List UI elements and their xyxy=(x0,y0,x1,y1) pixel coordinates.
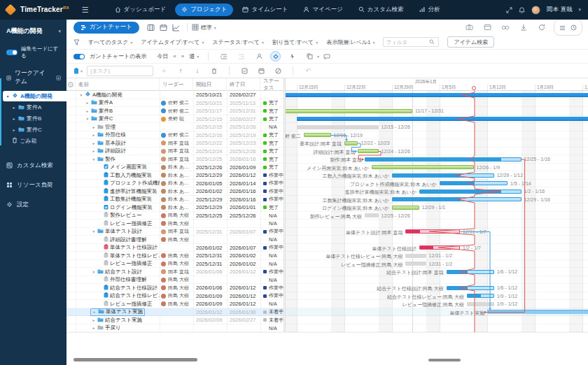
nav-item-マイページ[interactable]: マイページ xyxy=(297,3,349,16)
end-date-cell[interactable] xyxy=(227,236,260,244)
leader-cell[interactable] xyxy=(160,324,193,333)
outdent-icon[interactable] xyxy=(218,51,230,62)
gantt-chart-tab[interactable]: ガントチャート xyxy=(74,22,139,34)
filter-input[interactable] xyxy=(386,39,429,45)
comment-icon[interactable] xyxy=(321,51,333,62)
leader-cell[interactable]: 長野 聡 xyxy=(160,115,193,124)
end-date-cell[interactable] xyxy=(227,324,260,333)
nav-item-タイムシート[interactable]: タイムシート xyxy=(236,3,294,16)
leader-cell[interactable]: 佐野 俊二 xyxy=(160,131,193,140)
row-chevron-icon[interactable]: ▸ xyxy=(85,101,90,105)
status-cell[interactable]: 作業中 xyxy=(260,268,284,276)
start-date-cell[interactable]: 2026/01/06 xyxy=(193,284,227,292)
end-date-cell[interactable]: 2026/01/07 xyxy=(227,244,260,252)
nav-item-分析[interactable]: 分析 xyxy=(413,3,447,16)
gantt-row[interactable]: 11/17 - 12/31 xyxy=(286,107,588,115)
sidebar-tree-item[interactable]: ▸案件C xyxy=(9,124,66,135)
table-row[interactable]: ▸管理2025/12/152025/12/26N/A xyxy=(66,123,284,131)
task-name-cell[interactable]: 単体テスト仕様レビュー xyxy=(76,252,160,260)
task-name-cell[interactable]: メイン画面実装 xyxy=(76,164,160,172)
task-bar-late[interactable] xyxy=(405,229,460,234)
tree-chevron-icon[interactable]: ▸ xyxy=(12,105,16,110)
status-cell[interactable]: 作業中 xyxy=(260,187,284,196)
edit-mode-toggle[interactable] xyxy=(6,50,18,55)
leader-cell[interactable]: 鈴木 あ… xyxy=(160,187,193,196)
task-name-cell[interactable]: ▾案件C xyxy=(76,115,160,124)
user-name[interactable]: 岡本 直哉 xyxy=(547,6,572,14)
end-date-cell[interactable] xyxy=(227,220,260,228)
tree-chevron-icon[interactable]: ▸ xyxy=(12,116,16,121)
end-date-cell[interactable]: 2026/02/27 xyxy=(227,91,260,99)
status-cell[interactable]: 完了 xyxy=(260,148,284,156)
task-bar-in-progress[interactable] xyxy=(419,189,522,194)
end-date-cell[interactable]: 2025/12/23 xyxy=(227,139,260,148)
gantt-row[interactable]: ログイン機能実装:鈴木 あいか12/29 - 1/1 xyxy=(286,203,588,212)
gantt-row[interactable] xyxy=(286,115,588,124)
start-date-cell[interactable]: 2025/12/25 xyxy=(193,155,227,164)
status-cell[interactable]: N/A xyxy=(260,236,284,244)
table-row[interactable]: レビュー指摘修正田島 大樹2026/01/092026/01/12N/A xyxy=(66,300,284,308)
task-name-cell[interactable]: ▸管理 xyxy=(76,123,160,131)
table-row[interactable]: ▸基本設計岡本 直哉2025/12/222025/12/23完了 xyxy=(66,139,284,148)
row-chevron-icon[interactable]: ▾ xyxy=(85,117,90,121)
end-date-cell[interactable]: 2026/01/12 xyxy=(227,292,260,301)
leader-cell[interactable]: 田島 大樹 xyxy=(160,212,193,220)
leader-cell[interactable]: 佐野 俊二 xyxy=(160,99,193,108)
task-name-cell[interactable]: ▸手戻り xyxy=(76,324,160,333)
leader-cell[interactable] xyxy=(160,123,193,131)
start-date-cell[interactable]: 2025/12/24 xyxy=(193,148,227,156)
scroll-right-button[interactable]: » xyxy=(181,53,184,59)
task-bar-na[interactable] xyxy=(467,302,494,306)
start-date-cell[interactable]: 2025/12/26 xyxy=(193,164,227,172)
leader-cell[interactable]: 岡本 直哉 xyxy=(160,228,193,236)
filter-dropdown[interactable]: 割り当て:すべて▾ xyxy=(272,38,318,46)
status-cell[interactable]: 完了 xyxy=(260,164,284,172)
status-cell[interactable]: 完了 xyxy=(260,131,284,140)
leader-cell[interactable]: 鈴木 あ… xyxy=(160,196,193,204)
table-horizontal-scrollbar[interactable] xyxy=(74,358,197,362)
start-date-cell[interactable]: 2025/12/16 xyxy=(193,131,227,140)
table-row[interactable]: プロジェクト作成機能…鈴木 あ…2026/01/052026/01/14作業中 xyxy=(66,180,284,188)
table-row[interactable]: 製作レビュー田島 大樹2025/12/252025/12/26N/A xyxy=(66,212,284,220)
nav-item-プロジェクト[interactable]: プロジェクト xyxy=(175,3,233,16)
gantt-row[interactable] xyxy=(286,316,588,324)
move-up-icon[interactable]: ↑ xyxy=(174,65,187,76)
task-name-cell[interactable]: 工数集計機能実装 xyxy=(76,196,160,204)
task-bar-in-progress[interactable] xyxy=(447,270,494,274)
column-header-end[interactable]: 終了日 xyxy=(227,78,260,91)
sidebar-item-設定[interactable]: 設定 xyxy=(0,195,66,215)
history-icon[interactable] xyxy=(570,21,577,34)
table-row[interactable]: ログイン機能実装鈴木 あ…2025/12/292026/01/01完了 xyxy=(66,203,284,212)
sidebar-project-title[interactable]: A機能の開発 ▾ xyxy=(0,20,66,41)
indent-icon[interactable] xyxy=(235,51,248,62)
task-bar-na[interactable] xyxy=(297,125,379,129)
task-name-cell[interactable]: 結合テスト仕様レビュー xyxy=(76,292,160,301)
leader-cell[interactable]: 田島 大樹 xyxy=(160,300,193,308)
leader-cell[interactable]: 鈴木 あ… xyxy=(160,171,193,180)
task-name-cell[interactable]: ▸案件B xyxy=(76,107,160,115)
task-bar-late[interactable] xyxy=(419,245,460,250)
task-bar-na[interactable] xyxy=(405,262,426,266)
end-date-cell[interactable]: 2026/01/09 xyxy=(227,164,260,172)
gantt-row[interactable]: 単体テスト仕様設計1/2 - 1/7 xyxy=(286,244,588,252)
task-bar-in-progress[interactable] xyxy=(447,286,494,290)
leader-cell[interactable] xyxy=(160,308,193,317)
item-search-button[interactable]: アイテム検索 xyxy=(447,36,494,48)
table-row[interactable]: 工数入力機能実装鈴木 あ…2025/12/292026/01/12作業中 xyxy=(66,171,284,180)
table-row[interactable]: ▾案件C長野 聡2025/12/152026/02/27完了 xyxy=(66,115,284,124)
table-row[interactable]: ▾A機能の開発2025/10/212026/02/27 xyxy=(66,91,284,99)
end-date-cell[interactable]: 2026/01/30 xyxy=(227,308,260,317)
start-date-cell[interactable]: 2025/12/31 xyxy=(193,252,227,260)
undo-icon[interactable]: ↶ xyxy=(302,65,314,76)
gantt-row[interactable] xyxy=(286,276,588,285)
leader-cell[interactable]: 岡本 直哉 xyxy=(160,139,193,148)
status-cell[interactable]: 完了 xyxy=(260,107,284,115)
table-row[interactable]: 結合テスト仕様レビュー田島 大樹2026/01/092026/01/12作業中 xyxy=(66,292,284,301)
layout-select[interactable]: 標準 ▾ xyxy=(192,24,216,31)
table-row[interactable]: 単体テスト仕様設計2026/01/022026/01/07作業中 xyxy=(66,244,284,252)
today-button[interactable]: 今日 xyxy=(157,52,168,60)
import-icon[interactable] xyxy=(517,22,530,33)
status-cell[interactable]: N/A xyxy=(260,252,284,260)
sidebar-tree-item[interactable]: ▾A機能の開発 xyxy=(3,91,66,101)
complete-check-icon[interactable] xyxy=(238,65,251,76)
